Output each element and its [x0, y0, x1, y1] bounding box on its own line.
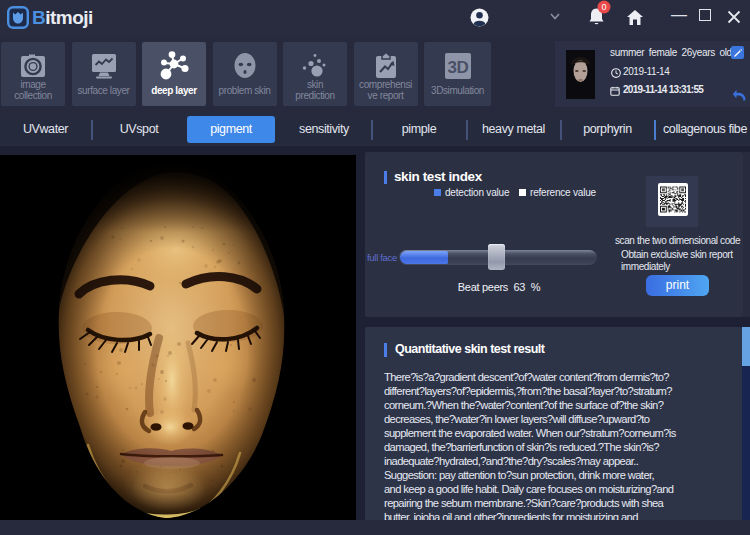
- svg-text:3D: 3D: [447, 58, 468, 77]
- svg-text:0: 0: [601, 2, 606, 12]
